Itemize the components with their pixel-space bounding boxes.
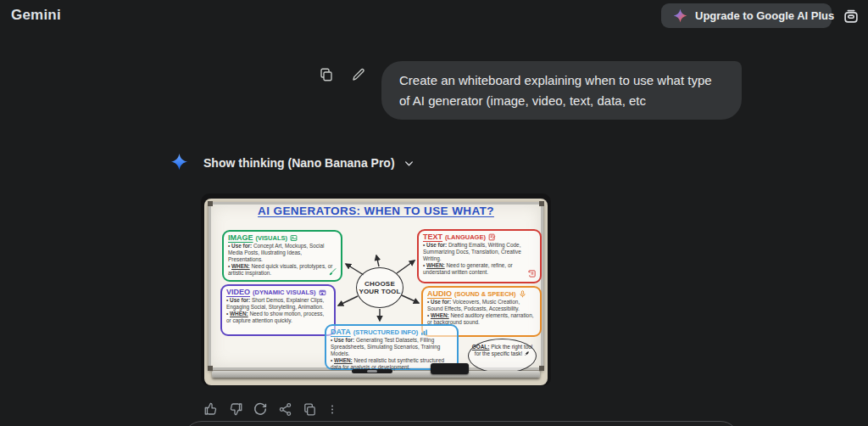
marker-pen xyxy=(352,369,392,373)
section-video-use: Use for: Short Demos, Explainer Clips, E… xyxy=(226,297,330,311)
clapperboard-icon xyxy=(319,289,326,296)
section-image-title: IMAGE xyxy=(228,233,253,242)
section-video-when: WHEN: Need to show motion, process, or c… xyxy=(226,311,330,324)
show-thinking-toggle[interactable]: Show thinking (Nano Banana Pro) xyxy=(203,156,415,170)
memo-icon xyxy=(488,233,496,241)
section-audio-subtitle: (SOUND & SPEECH) xyxy=(454,290,516,298)
spark-icon xyxy=(673,8,687,23)
response-action-bar xyxy=(203,401,338,417)
frame-corner xyxy=(208,366,213,371)
section-data-use: Use for: Generating Test Datasets, Filli… xyxy=(331,337,453,357)
section-video-title: VIDEO xyxy=(226,288,250,296)
paintbrush-icon xyxy=(328,267,337,277)
thumbs-down-icon[interactable] xyxy=(228,401,243,417)
section-image-use: Use for: Concept Art, Mockups, Social Me… xyxy=(228,243,337,263)
whiteboard-title: AI GENERATORS: WHEN TO USE WHAT? xyxy=(201,205,551,217)
share-icon[interactable] xyxy=(277,401,292,417)
gemini-logo[interactable]: Gemini xyxy=(11,7,61,24)
section-text-subtitle: (LANGUAGE) xyxy=(445,233,486,241)
section-text-when: WHEN: Need to generate, refine, or under… xyxy=(423,262,536,276)
prompt-input[interactable] xyxy=(183,421,739,426)
section-image-subtitle: (VISUALS) xyxy=(256,234,288,242)
section-data-title: DATA xyxy=(331,328,351,336)
section-image: IMAGE (VISUALS) Use for: Concept Art, Mo… xyxy=(222,230,342,282)
bar-chart-icon xyxy=(420,328,428,336)
user-message-text: Create an whiteboard explaining when to … xyxy=(399,73,712,108)
rocket-icon xyxy=(524,350,530,356)
section-video: VIDEO (DYNAMIC VISUALS) Use for: Short D… xyxy=(220,284,336,336)
section-text-use: Use for: Drafting Emails, Writing Code, … xyxy=(423,242,536,262)
goal-bubble: GOAL: Pick the right tool for the specif… xyxy=(468,339,537,373)
section-image-when: WHEN: Need quick visuals, prototypes, or… xyxy=(228,263,337,277)
section-text: TEXT (LANGUAGE) Use for: Drafting Emails… xyxy=(417,229,542,283)
more-vert-icon[interactable] xyxy=(326,401,338,417)
generated-whiteboard-image[interactable]: AI GENERATORS: WHEN TO USE WHAT? IMAGE xyxy=(201,193,551,386)
regenerate-icon[interactable] xyxy=(253,401,268,417)
picture-icon xyxy=(290,234,298,242)
section-audio-use: Use for: Voiceovers, Music Creation, Sou… xyxy=(427,299,536,312)
copy-response-icon[interactable] xyxy=(302,401,317,417)
copy-prompt-icon[interactable] xyxy=(319,67,334,82)
section-text-title: TEXT xyxy=(423,233,442,241)
choose-your-tool-hub: CHOOSE YOUR TOOL xyxy=(356,267,403,308)
scroll-icon xyxy=(527,269,537,278)
upgrade-button-label: Upgrade to Google AI Plus xyxy=(695,9,834,22)
frame-corner xyxy=(539,366,544,371)
user-message-bubble: Create an whiteboard explaining when to … xyxy=(381,61,742,120)
section-audio-title: AUDIO xyxy=(427,289,452,298)
thumbs-up-icon[interactable] xyxy=(203,401,219,417)
upgrade-button[interactable]: Upgrade to Google AI Plus xyxy=(661,3,832,28)
gemini-app: Gemini Upgrade to Google AI Plus xyxy=(0,0,868,426)
show-thinking-label: Show thinking (Nano Banana Pro) xyxy=(203,156,395,170)
edit-prompt-icon[interactable] xyxy=(351,67,366,82)
toolbox-icon[interactable] xyxy=(841,6,861,26)
whiteboard-eraser xyxy=(431,363,469,374)
section-data-subtitle: (STRUCTURED INFO) xyxy=(353,328,419,336)
microphone-icon xyxy=(519,290,526,298)
gemini-star-icon xyxy=(170,153,188,171)
section-video-subtitle: (DYNAMIC VISUALS) xyxy=(253,289,316,296)
chevron-down-icon xyxy=(403,158,415,169)
